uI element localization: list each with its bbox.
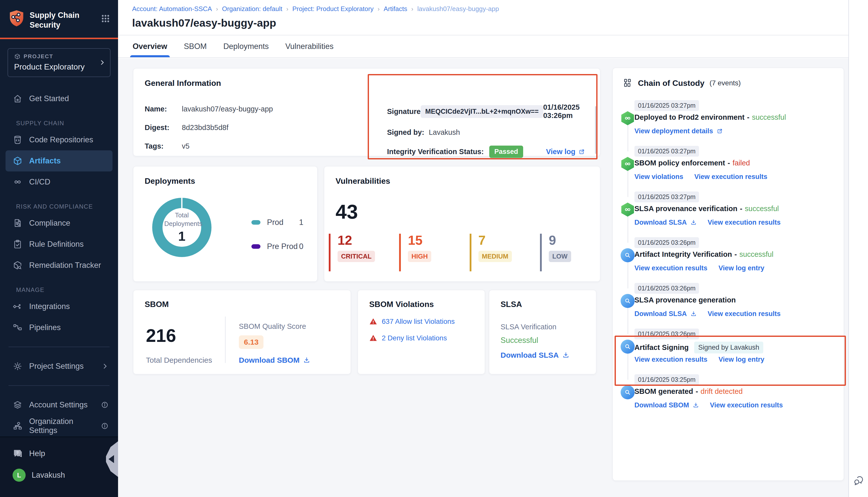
- event-title: Artifact Integrity Verification: [634, 250, 732, 258]
- sidebar-item-pipelines[interactable]: Pipelines: [0, 317, 118, 338]
- sidebar-nav: Get Started SUPPLY CHAIN Code Repositori…: [0, 88, 118, 437]
- view-execution-results-link[interactable]: View execution results: [708, 218, 781, 226]
- sidebar-item-code-repositories[interactable]: Code Repositories: [0, 129, 118, 150]
- view-execution-results-link[interactable]: View execution results: [695, 173, 768, 181]
- cube-icon: [14, 53, 20, 60]
- tab-vulnerabilities[interactable]: Vulnerabilities: [285, 36, 334, 57]
- signed-by-badge: Signed by Lavakush: [694, 342, 763, 353]
- sidebar-item-get-started[interactable]: Get Started: [0, 88, 118, 109]
- sidebar-item-artifacts[interactable]: Artifacts: [5, 150, 113, 171]
- sidebar-item-integrations[interactable]: Integrations: [0, 296, 118, 317]
- app-root: Supply Chain Security PROJECT Product: [0, 0, 868, 497]
- event-timestamp: 01/16/2025 03:26pm: [634, 283, 699, 294]
- avatar: L: [13, 469, 26, 482]
- general-info-fields: Name: lavakush07/easy-buggy-app Digest: …: [145, 105, 273, 161]
- severity-badge: CRITICAL: [338, 251, 375, 262]
- signature-value[interactable]: MEQCICde2VjIT...bL+2+mqnOXw==: [421, 105, 543, 118]
- view-execution-results-link[interactable]: View execution results: [708, 310, 781, 318]
- event-sbom-generated: 01/16/2025 03:25pm SBOM generated - drif…: [613, 374, 844, 420]
- view-deployment-details-link[interactable]: View deployment details: [634, 127, 723, 135]
- tab-sbom[interactable]: SBOM: [184, 36, 207, 57]
- legend-item-prod: Prod 1: [251, 218, 304, 227]
- event-separator: -: [747, 113, 750, 122]
- home-icon: [13, 94, 23, 104]
- help-button[interactable]: ? Help: [0, 443, 118, 464]
- help-chat-icon: ?: [13, 448, 23, 459]
- view-log-entry-link[interactable]: View log entry: [718, 356, 765, 364]
- breadcrumb-account[interactable]: Account: Automation-SSCA: [132, 5, 212, 13]
- tab-deployments[interactable]: Deployments: [223, 36, 269, 57]
- breadcrumb-organization[interactable]: Organization: default: [222, 5, 282, 13]
- support-chat-icon[interactable]: [853, 475, 865, 487]
- info-icon[interactable]: [101, 422, 109, 430]
- sidebar-item-project-settings[interactable]: Project Settings: [0, 356, 118, 377]
- view-execution-results-link[interactable]: View execution results: [634, 356, 708, 364]
- sidebar-item-remediation-tracker[interactable]: Remediation Tracker: [0, 255, 118, 276]
- severity-badge: LOW: [549, 251, 571, 262]
- external-link-icon: [716, 128, 723, 134]
- download-slsa-link[interactable]: Download SLSA: [634, 310, 697, 318]
- severity-low: 9 LOW: [540, 234, 592, 271]
- sidebar-item-compliance[interactable]: Compliance: [0, 213, 118, 234]
- tab-overview[interactable]: Overview: [132, 36, 167, 57]
- event-timestamp: 01/16/2025 03:26pm: [634, 237, 699, 248]
- breadcrumb-current: lavakush07/easy-buggy-app: [417, 5, 499, 13]
- allow-list-violations-link[interactable]: 637 Allow list Violations: [382, 317, 455, 326]
- deployments-card: Deployments Total Deployments 1 Prod 1: [133, 166, 318, 282]
- deny-list-violations-link[interactable]: 2 Deny list Violations: [382, 334, 447, 342]
- link-label: View violations: [634, 173, 683, 181]
- apps-grid-icon[interactable]: [100, 13, 111, 24]
- link-label: View log entry: [718, 264, 765, 272]
- view-execution-results-link[interactable]: View execution results: [634, 264, 708, 272]
- severity-count: 12: [338, 234, 399, 247]
- link-label: Download SBOM: [634, 401, 689, 409]
- card-title: SLSA: [501, 300, 585, 309]
- legend-chip-preprod: [251, 244, 261, 249]
- legend-value: 1: [299, 218, 304, 227]
- download-sbom-link[interactable]: Download SBOM: [634, 401, 699, 409]
- breadcrumb-project[interactable]: Project: Product Exploratory: [292, 5, 374, 13]
- view-log-link[interactable]: View log: [546, 147, 585, 156]
- legend-label: Pre Prod: [267, 242, 298, 251]
- donut-center-label: Total Deployments: [164, 211, 199, 228]
- event-status: successful: [739, 250, 773, 258]
- sidebar-item-label: Remediation Tracker: [29, 261, 101, 270]
- legend-value: 0: [299, 242, 304, 251]
- view-execution-results-link[interactable]: View execution results: [710, 401, 783, 409]
- breadcrumb-artifacts[interactable]: Artifacts: [384, 5, 407, 13]
- link-label: View execution results: [634, 356, 708, 364]
- sbom-card: SBOM 216 Total Dependencies SBOM Quality…: [133, 290, 351, 374]
- event-title: SBOM generated: [634, 387, 693, 396]
- view-log-entry-link[interactable]: View log entry: [718, 264, 765, 272]
- event-title: Deployed to Prod2 environment: [634, 113, 744, 122]
- chevron-right-icon: [99, 59, 106, 66]
- nav-section-supply-chain: SUPPLY CHAIN: [0, 120, 118, 127]
- signed-by-label: Signed by:: [387, 128, 424, 137]
- severity-high: 15 HIGH: [399, 234, 470, 271]
- sbom-total: 216: [146, 325, 176, 346]
- sidebar-item-cicd[interactable]: CI/CD: [0, 171, 118, 193]
- event-separator: -: [728, 159, 730, 167]
- event-separator: -: [740, 204, 742, 213]
- svg-text:?: ?: [17, 451, 19, 455]
- gear-icon: [13, 361, 23, 371]
- sidebar-item-organization-settings[interactable]: Organization Settings: [0, 415, 118, 437]
- sidebar-item-rule-definitions[interactable]: Rule Definitions: [0, 234, 118, 255]
- download-sbom-link[interactable]: Download SBOM: [239, 356, 310, 365]
- user-menu[interactable]: L Lavakush: [0, 464, 118, 486]
- signature-date: 01/16/2025 03:26pm: [543, 103, 585, 120]
- sidebar-divider: [9, 347, 110, 347]
- event-deployed-prod2: 01/16/2025 03:27pm Deployed to Prod2 env…: [613, 100, 844, 146]
- scan-event-icon: [621, 340, 635, 354]
- info-icon[interactable]: [101, 401, 109, 409]
- sidebar-item-account-settings[interactable]: Account Settings: [0, 394, 118, 415]
- download-slsa-link[interactable]: Download SLSA: [501, 351, 569, 359]
- card-scrollbar[interactable]: [595, 106, 597, 154]
- sidebar-item-label: CI/CD: [29, 178, 50, 186]
- document-search-icon: [13, 218, 23, 228]
- view-violations-link[interactable]: View violations: [634, 173, 683, 181]
- deployments-donut-chart: Total Deployments 1: [152, 198, 211, 257]
- event-timestamp: 01/16/2025 03:27pm: [634, 100, 699, 111]
- download-slsa-link[interactable]: Download SLSA: [634, 218, 697, 226]
- project-selector[interactable]: PROJECT Product Exploratory: [8, 48, 111, 77]
